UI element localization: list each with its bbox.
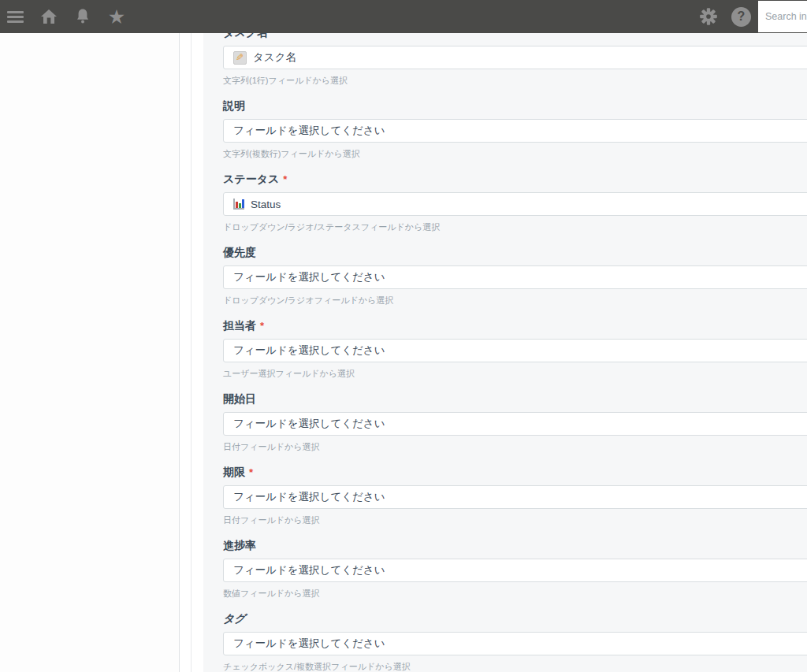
field-selected-value: フィールドを選択してください	[233, 490, 385, 504]
field-label: 優先度	[223, 246, 807, 259]
field-label-text: 担当者	[223, 319, 256, 333]
field-label: 期限 *	[223, 466, 807, 479]
search-input[interactable]	[758, 1, 807, 32]
field-label-text: ステータス	[223, 173, 279, 187]
field-selected-value: フィールドを選択してください	[233, 563, 385, 577]
field-helper-text: チェックボックス/複数選択フィールドから選択	[223, 661, 807, 671]
field-label-text: タグ	[223, 612, 246, 626]
field-label-text: 優先度	[223, 246, 256, 260]
field-select-box[interactable]: ✎ フィールドを選択してください	[223, 265, 807, 289]
hamburger-menu-icon[interactable]	[6, 0, 24, 33]
form-field-row: タグ ✎ フィールドを選択してください チェックボックス/複数選択フィールドから…	[223, 612, 807, 671]
top-bar: ★ ?	[0, 0, 807, 33]
form-field-row: 進捗率 ✎ フィールドを選択してください 数値フィールドから選択	[223, 539, 807, 598]
field-label: 開始日	[223, 392, 807, 406]
field-helper-text: 日付フィールドから選択	[223, 441, 807, 451]
form-field-row: 優先度 ✎ フィールドを選択してください ドロップダウン/ラジオフィールドから選…	[223, 246, 807, 305]
field-helper-text: 文字列(1行)フィールドから選択	[223, 75, 807, 85]
field-select-box[interactable]: ✎ フィールドを選択してください	[223, 485, 807, 509]
gear-icon[interactable]	[698, 0, 719, 33]
plugin-settings-panel: タスク名 * ✎ タスク名 文字列(1行)フィールドから選択 説明 ✎ フィ	[203, 33, 807, 672]
search-box[interactable]	[758, 1, 807, 32]
field-list: タスク名 * ✎ タスク名 文字列(1行)フィールドから選択 説明 ✎ フィ	[223, 26, 807, 671]
field-helper-text: ドロップダウン/ラジオ/ステータスフィールドから選択	[223, 221, 807, 232]
field-label: 担当者 *	[223, 319, 807, 332]
field-label: ステータス *	[223, 173, 807, 186]
field-helper-text: 数値フィールドから選択	[223, 588, 807, 598]
field-selected-value: タスク名	[253, 50, 296, 65]
field-label: 進捗率	[223, 539, 807, 552]
star-icon[interactable]: ★	[107, 0, 126, 33]
field-label-text: 進捗率	[223, 539, 256, 553]
form-field-row: ステータス * ✎ Status ドロップダウン/ラジオ/ステータスフィールドか…	[223, 173, 807, 232]
field-select-box[interactable]: ✎ フィールドを選択してください	[223, 559, 807, 582]
field-label-text: 期限	[223, 466, 245, 480]
field-selected-value: フィールドを選択してください	[233, 417, 385, 431]
help-icon[interactable]: ?	[731, 7, 751, 27]
home-icon[interactable]	[39, 0, 58, 33]
field-selected-value: Status	[251, 199, 281, 210]
form-field-row: 開始日 ✎ フィールドを選択してください 日付フィールドから選択	[223, 392, 807, 451]
required-asterisk: *	[283, 173, 287, 185]
field-helper-text: 日付フィールドから選択	[223, 514, 807, 525]
required-asterisk: *	[249, 466, 253, 478]
field-label: 説明	[223, 99, 807, 113]
field-select-box[interactable]: ✎ フィールドを選択してください	[223, 339, 807, 362]
field-label-text: 説明	[223, 99, 245, 113]
field-helper-text: ユーザー選択フィールドから選択	[223, 368, 807, 378]
field-select-box[interactable]: ✎ タスク名	[223, 46, 807, 69]
bar-chart-icon	[233, 199, 244, 210]
field-select-box[interactable]: ✎ フィールドを選択してください	[223, 412, 807, 436]
form-field-row: タスク名 * ✎ タスク名 文字列(1行)フィールドから選択	[223, 26, 807, 85]
field-label: タグ	[223, 612, 807, 626]
pencil-icon: ✎	[233, 51, 247, 65]
field-selected-value: フィールドを選択してください	[233, 270, 385, 284]
form-field-row: 担当者 * ✎ フィールドを選択してください ユーザー選択フィールドから選択	[223, 319, 807, 378]
field-helper-text: 文字列(複数行)フィールドから選択	[223, 148, 807, 158]
field-label-text: 開始日	[223, 392, 256, 407]
required-asterisk: *	[260, 320, 264, 332]
bell-icon[interactable]	[73, 0, 92, 33]
left-sidebar	[0, 33, 180, 672]
field-select-box[interactable]: ✎ Status	[223, 192, 807, 216]
field-helper-text: ドロップダウン/ラジオフィールドから選択	[223, 295, 807, 305]
form-field-row: 説明 ✎ フィールドを選択してください 文字列(複数行)フィールドから選択	[223, 99, 807, 158]
field-selected-value: フィールドを選択してください	[233, 637, 385, 651]
field-selected-value: フィールドを選択してください	[233, 343, 385, 358]
field-selected-value: フィールドを選択してください	[233, 124, 385, 138]
field-select-box[interactable]: ✎ フィールドを選択してください	[223, 119, 807, 143]
field-select-box[interactable]: ✎ フィールドを選択してください	[223, 632, 807, 655]
sidebar-divider-strip	[180, 33, 192, 672]
form-field-row: 期限 * ✎ フィールドを選択してください 日付フィールドから選択	[223, 466, 807, 525]
